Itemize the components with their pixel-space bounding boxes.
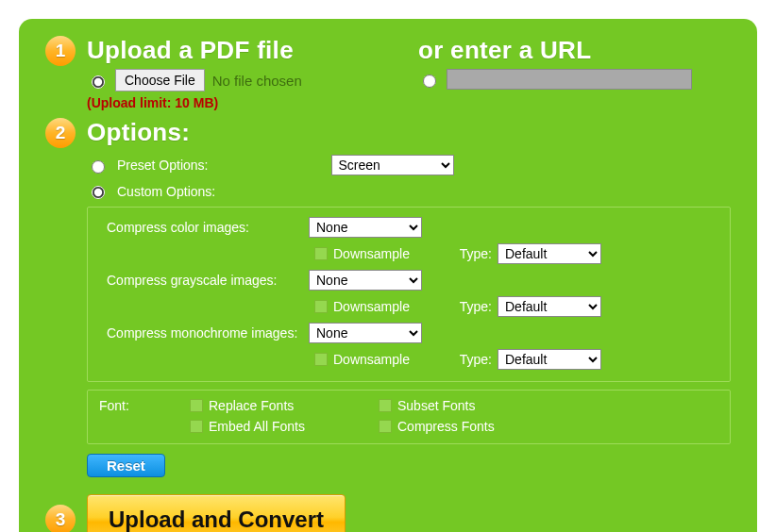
mono-type-label: Type: — [450, 352, 492, 367]
custom-label: Custom Options: — [117, 184, 215, 199]
upload-convert-button[interactable]: Upload and Convert — [87, 494, 346, 532]
color-label: Compress color images: — [101, 220, 309, 235]
subset-fonts-check[interactable] — [379, 399, 392, 412]
step-1-badge: 1 — [45, 36, 76, 66]
source-file-radio[interactable] — [92, 75, 105, 89]
upload-limit-label: (Upload limit: 10 MB) — [87, 95, 399, 110]
gray-label: Compress grayscale images: — [101, 273, 309, 288]
mono-downsample-check[interactable] — [314, 353, 328, 366]
subset-fonts-label: Subset Fonts — [397, 398, 476, 413]
compress-fonts-label: Compress Fonts — [397, 419, 495, 434]
source-url-radio[interactable] — [423, 75, 436, 88]
custom-options-box: Compress color images: None Downsample T… — [87, 207, 731, 382]
reset-button[interactable]: Reset — [87, 454, 165, 477]
embed-fonts-check[interactable] — [190, 420, 203, 433]
gray-type-select[interactable]: Default — [498, 296, 601, 317]
mono-type-select[interactable]: Default — [498, 349, 601, 370]
options-heading: Options: — [87, 118, 731, 147]
upload-convert-panel: 1 Upload a PDF file Choose File No file … — [19, 19, 757, 532]
color-compress-select[interactable]: None — [309, 217, 422, 238]
color-type-select[interactable]: Default — [498, 243, 601, 264]
replace-fonts-check[interactable] — [190, 399, 203, 412]
color-type-label: Type: — [450, 246, 492, 261]
font-options-box: Font: Replace Fonts Subset Fonts Embed A… — [87, 390, 731, 444]
gray-downsample-check[interactable] — [314, 300, 328, 313]
step-2-badge: 2 — [45, 118, 76, 148]
color-downsample-label: Downsample — [333, 246, 410, 261]
gray-type-label: Type: — [450, 299, 492, 314]
compress-fonts-check[interactable] — [379, 420, 392, 433]
preset-label: Preset Options: — [117, 158, 209, 173]
step-3-badge: 3 — [45, 505, 76, 532]
choose-file-button[interactable]: Choose File — [115, 69, 205, 91]
mono-downsample-label: Downsample — [333, 352, 410, 367]
custom-radio[interactable] — [92, 186, 105, 199]
replace-fonts-label: Replace Fonts — [209, 398, 294, 413]
preset-select[interactable]: Screen — [331, 155, 454, 175]
url-heading: or enter a URL — [418, 36, 731, 65]
embed-fonts-label: Embed All Fonts — [209, 419, 305, 434]
url-input[interactable] — [447, 69, 692, 90]
font-heading: Font: — [99, 398, 184, 413]
gray-compress-select[interactable]: None — [309, 270, 422, 291]
upload-heading: Upload a PDF file — [87, 36, 399, 65]
mono-label: Compress monochrome images: — [101, 325, 309, 341]
gray-downsample-label: Downsample — [333, 299, 410, 314]
no-file-label: No file chosen — [212, 73, 302, 89]
mono-compress-select[interactable]: None — [309, 323, 422, 343]
color-downsample-check[interactable] — [314, 247, 328, 260]
preset-radio[interactable] — [92, 160, 105, 174]
